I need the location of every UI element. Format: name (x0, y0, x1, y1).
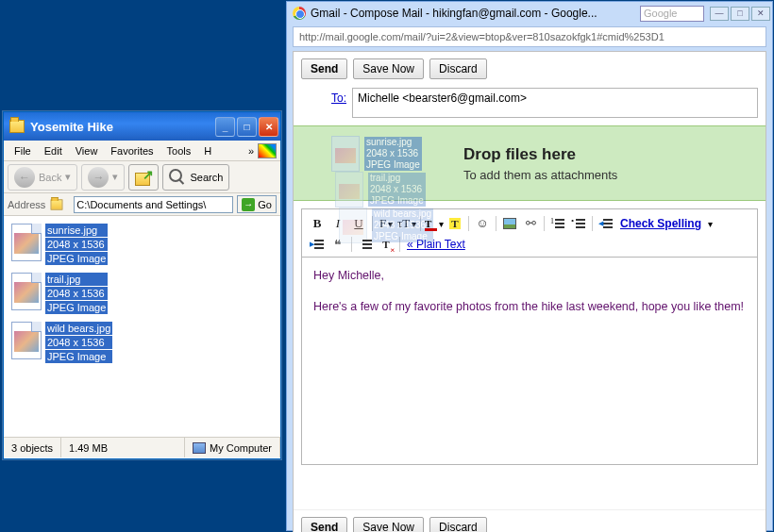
back-arrow-icon: ← (14, 167, 35, 188)
folder-icon (51, 199, 63, 209)
bold-button[interactable]: B (308, 214, 327, 233)
menu-overflow-icon[interactable]: » (244, 145, 258, 157)
file-dimensions: 2048 x 1536 (45, 336, 112, 349)
discard-button[interactable]: Discard (429, 517, 487, 532)
maximize-button[interactable]: □ (731, 7, 749, 21)
status-location: My Computer (185, 438, 280, 457)
format-toolbar: B I U F▾ τT▾ T▾ T ☺ ⚯ Check Spelling▾ (301, 208, 758, 258)
image-file-icon (11, 224, 42, 261)
emoji-button[interactable]: ☺ (473, 214, 492, 233)
body-line: Here's a few of my favorite photos from … (313, 298, 746, 316)
minimize-button[interactable]: — (710, 7, 729, 21)
image-file-icon (11, 273, 42, 310)
menu-favorites[interactable]: Favorites (104, 142, 160, 159)
go-arrow-icon: → (242, 198, 255, 211)
explorer-window: Yosemite Hike _ □ ✕ File Edit View Favor… (3, 111, 281, 459)
dropdown-icon: ▾ (112, 171, 118, 183)
file-kind: JPEG Image (45, 350, 112, 363)
file-kind: JPEG Image (45, 252, 108, 265)
font-family-button[interactable]: F▾ (377, 214, 395, 233)
plain-text-link[interactable]: « Plain Text (404, 238, 468, 251)
quote-button[interactable]: ❝ (328, 235, 347, 254)
top-button-row: Send Save Now Discard (294, 52, 766, 86)
close-button[interactable]: ✕ (259, 117, 278, 137)
explorer-menu: File Edit View Favorites Tools H » (4, 141, 280, 161)
file-pane[interactable]: sunrise.jpg 2048 x 1536 JPEG Image trail… (4, 216, 280, 437)
dropdown-icon: ▾ (65, 171, 71, 183)
forward-button[interactable]: → ▾ (81, 164, 125, 191)
bulleted-list-button[interactable] (569, 214, 588, 233)
insert-image-button[interactable] (500, 214, 519, 233)
address-bar: Address → Go (4, 193, 280, 216)
menu-help[interactable]: H (197, 142, 218, 159)
chrome-icon (293, 7, 306, 20)
menu-view[interactable]: View (69, 142, 105, 159)
address-label: Address (8, 199, 45, 210)
send-button[interactable]: Send (301, 517, 347, 532)
address-bar[interactable]: http://mail.google.com/mail/?ui=2&view=b… (293, 26, 766, 47)
check-spelling-link[interactable]: Check Spelling (617, 217, 704, 230)
file-name: wild bears.jpg (45, 322, 112, 335)
maximize-button[interactable]: □ (237, 117, 257, 137)
drop-subtitle: To add them as attachments (463, 168, 617, 182)
go-button[interactable]: → Go (237, 195, 277, 213)
omnibox-search[interactable] (640, 6, 704, 22)
menu-file[interactable]: File (8, 142, 38, 159)
menu-edit[interactable]: Edit (38, 142, 69, 159)
body-line: Hey Michelle, (313, 267, 746, 285)
explorer-title: Yosemite Hike (30, 120, 213, 134)
menu-tools[interactable]: Tools (160, 142, 198, 159)
address-input[interactable] (74, 196, 233, 213)
folder-icon (9, 120, 25, 133)
up-folder-icon (135, 169, 152, 186)
status-size: 1.49 MB (61, 438, 185, 457)
font-size-button[interactable]: τT▾ (397, 214, 416, 233)
discard-button[interactable]: Discard (429, 58, 487, 79)
to-row: To: Michelle <bearster6@gmail.com> (294, 86, 766, 120)
text-color-button[interactable]: T▾ (425, 214, 444, 233)
window-title: Gmail - Compose Mail - hikingfan@gmail.c… (311, 7, 640, 20)
windows-flag-icon[interactable] (258, 143, 277, 158)
file-name: trail.jpg (45, 273, 108, 286)
search-button[interactable]: Search (162, 164, 229, 191)
align-left-button[interactable] (356, 235, 375, 254)
close-button[interactable]: ✕ (751, 7, 770, 21)
indent-more-button[interactable] (308, 235, 327, 254)
save-now-button[interactable]: Save Now (353, 517, 424, 532)
chrome-titlebar[interactable]: Gmail - Compose Mail - hikingfan@gmail.c… (287, 2, 772, 25)
explorer-toolbar: ← Back ▾ → ▾ Search (4, 161, 280, 193)
save-now-button[interactable]: Save Now (353, 58, 424, 79)
up-button[interactable] (128, 164, 159, 191)
status-objects: 3 objects (4, 438, 61, 457)
insert-link-button[interactable]: ⚯ (521, 214, 540, 233)
file-item[interactable]: wild bears.jpg 2048 x 1536 JPEG Image (11, 322, 273, 363)
numbered-list-button[interactable] (548, 214, 567, 233)
italic-button[interactable]: I (328, 214, 347, 233)
file-dimensions: 2048 x 1536 (45, 287, 108, 300)
indent-less-button[interactable] (597, 214, 615, 233)
file-item[interactable]: trail.jpg 2048 x 1536 JPEG Image (11, 273, 273, 314)
drop-zone[interactable]: sunrise.jpg 2048 x 1536 JPEG Image trail… (294, 125, 766, 201)
bottom-button-row: Send Save Now Discard (294, 509, 766, 532)
file-item[interactable]: sunrise.jpg 2048 x 1536 JPEG Image (11, 224, 273, 265)
underline-button[interactable]: U (349, 214, 368, 233)
url-text: http://mail.google.com/mail/?ui=2&view=b… (299, 31, 665, 42)
back-button[interactable]: ← Back ▾ (8, 164, 77, 191)
file-dimensions: 2048 x 1536 (45, 238, 108, 251)
computer-icon (193, 442, 206, 454)
remove-format-button[interactable]: T (377, 235, 395, 254)
search-icon (169, 169, 186, 186)
forward-arrow-icon: → (88, 167, 109, 188)
send-button[interactable]: Send (301, 58, 347, 79)
to-label[interactable]: To: (294, 88, 352, 105)
drop-title: Drop files here (463, 145, 617, 164)
compose-panel: Send Save Now Discard To: Michelle <bear… (293, 51, 766, 532)
status-bar: 3 objects 1.49 MB My Computer (4, 437, 280, 457)
message-body[interactable]: Hey Michelle, Here's a few of my favorit… (301, 258, 758, 465)
explorer-titlebar[interactable]: Yosemite Hike _ □ ✕ (4, 112, 280, 141)
chrome-window: Gmail - Compose Mail - hikingfan@gmail.c… (286, 1, 773, 531)
minimize-button[interactable]: _ (215, 117, 235, 137)
to-field[interactable]: Michelle <bearster6@gmail.com> (352, 88, 758, 118)
highlight-button[interactable]: T (446, 214, 464, 233)
image-file-icon (11, 322, 42, 359)
